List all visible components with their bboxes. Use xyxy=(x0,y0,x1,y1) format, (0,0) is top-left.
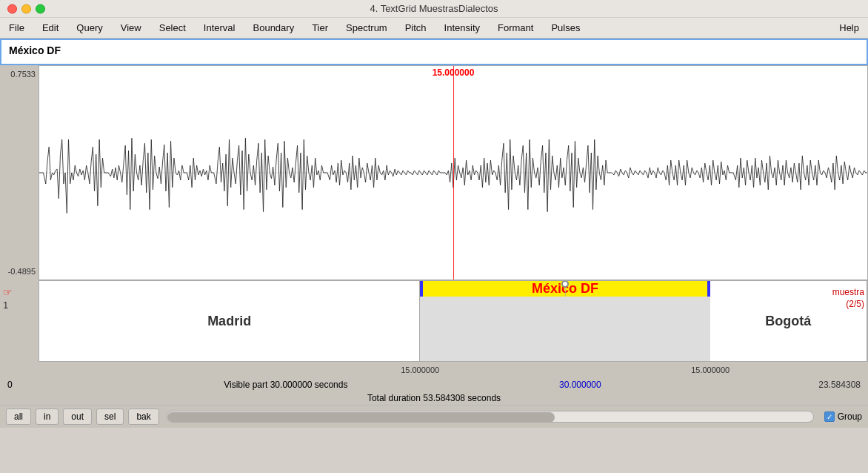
status-bar: 0 Visible part 30.000000 seconds 30.0000… xyxy=(0,378,868,405)
waveform-svg xyxy=(39,66,867,280)
menu-view[interactable]: View xyxy=(112,18,150,38)
menu-spectrum[interactable]: Spectrum xyxy=(337,18,396,38)
bak-button[interactable]: bak xyxy=(128,408,158,425)
in-button[interactable]: in xyxy=(36,408,59,425)
muestra-label: muestra (2/5) xyxy=(832,287,864,310)
status-line1: 0 Visible part 30.000000 seconds 30.0000… xyxy=(0,378,868,391)
menu-formant[interactable]: Formant xyxy=(489,18,542,38)
cursor-dot xyxy=(561,280,569,288)
y-min: -0.4895 xyxy=(3,267,36,276)
main-area: 0.7533 -0.4895 15.000000 ☞ 1 Madrid xyxy=(0,65,868,428)
all-button[interactable]: all xyxy=(6,408,31,425)
status-line2: Total duration 53.584308 seconds xyxy=(0,391,868,405)
status-total-duration: Total duration 53.584308 seconds xyxy=(367,393,501,403)
waveform-container: 0.7533 -0.4895 15.000000 xyxy=(0,65,868,280)
infobar-text: México DF xyxy=(9,44,61,56)
menu-select[interactable]: Select xyxy=(150,18,195,38)
y-axis: 0.7533 -0.4895 xyxy=(0,65,39,280)
status-left-value: 0 xyxy=(7,380,13,390)
textgrid-container: ☞ 1 Madrid México DF Bogotá muestra (2/5… xyxy=(0,280,868,362)
titlebar: 4. TextGrid MuestrasDialectos xyxy=(0,0,868,18)
ruler-mark-left: 15.000000 xyxy=(401,366,439,374)
window-title: 4. TextGrid MuestrasDialectos xyxy=(370,3,498,14)
traffic-lights xyxy=(7,4,45,13)
ruler-spacer xyxy=(0,362,39,378)
status-far-right: 23.584308 xyxy=(818,380,861,390)
textgrid-view[interactable]: Madrid México DF Bogotá muestra (2/5) xyxy=(39,280,868,362)
infobar: México DF xyxy=(0,39,868,65)
sel-button[interactable]: sel xyxy=(96,408,124,425)
ruler-bar: 15.000000 15.000000 xyxy=(39,362,868,378)
waveform-canvas[interactable]: 15.000000 xyxy=(39,65,868,280)
status-right-value: 30.000000 xyxy=(559,380,601,390)
out-button[interactable]: out xyxy=(63,408,92,425)
bottom-controls: all in out sel bak ✓ Group xyxy=(0,405,868,428)
maximize-button[interactable] xyxy=(36,4,45,13)
y-max: 0.7533 xyxy=(3,70,36,79)
interval-madrid[interactable]: Madrid xyxy=(39,281,420,361)
menu-query[interactable]: Query xyxy=(67,18,111,38)
ruler-mark-right: 15.000000 xyxy=(691,366,730,374)
tier-number: 1 xyxy=(3,300,8,311)
group-checkbox[interactable]: ✓ Group xyxy=(824,411,862,422)
menu-boundary[interactable]: Boundary xyxy=(244,18,304,38)
menu-intensity[interactable]: Intensity xyxy=(435,18,489,38)
menu-edit[interactable]: Edit xyxy=(33,18,67,38)
status-visible-text: Visible part 30.000000 seconds xyxy=(224,380,347,390)
menu-help[interactable]: Help xyxy=(830,18,868,38)
close-button[interactable] xyxy=(7,4,17,13)
menu-interval[interactable]: Interval xyxy=(195,18,244,38)
menu-file[interactable]: File xyxy=(0,18,33,38)
interval-mexico[interactable]: México DF xyxy=(420,281,710,297)
group-label: Group xyxy=(838,411,862,422)
cursor-vline xyxy=(565,287,566,297)
menu-tier[interactable]: Tier xyxy=(303,18,337,38)
menu-pulses[interactable]: Pulses xyxy=(542,18,589,38)
scrollbar[interactable] xyxy=(167,411,814,423)
time-ruler: 15.000000 15.000000 xyxy=(0,362,868,378)
tier-icon: ☞ xyxy=(3,286,13,298)
menubar: File Edit Query View Select Interval Bou… xyxy=(0,18,868,39)
menu-pitch[interactable]: Pitch xyxy=(396,18,435,38)
minimize-button[interactable] xyxy=(21,4,31,13)
checkbox-icon[interactable]: ✓ xyxy=(824,411,835,422)
tier-label: ☞ 1 xyxy=(0,280,39,362)
scrollbar-thumb[interactable] xyxy=(167,412,555,423)
